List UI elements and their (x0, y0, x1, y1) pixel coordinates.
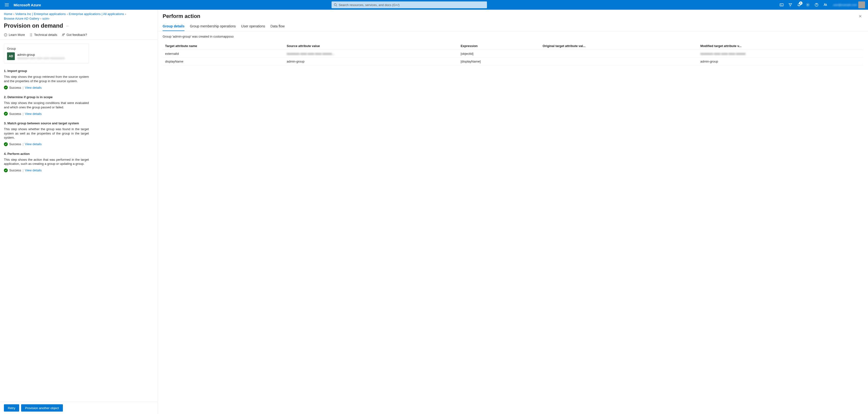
svg-line-4 (336, 6, 337, 6)
svg-rect-0 (5, 3, 9, 4)
cloud-shell-icon[interactable] (778, 1, 785, 9)
search-input[interactable] (339, 3, 485, 7)
account-menu[interactable]: user@example.com (832, 1, 866, 9)
brand-label[interactable]: Microsoft Azure (13, 3, 41, 7)
svg-point-9 (826, 4, 827, 5)
svg-rect-5 (780, 4, 783, 6)
topbar: Microsoft Azure 5 user@example.com (0, 0, 868, 10)
account-label: user@example.com (833, 3, 857, 6)
avatar (858, 1, 865, 8)
notifications-icon[interactable]: 5 (795, 1, 803, 9)
global-search[interactable] (332, 1, 487, 8)
feedback-icon[interactable] (822, 1, 829, 9)
search-icon (334, 3, 337, 6)
settings-gear-icon[interactable] (804, 1, 812, 9)
svg-point-8 (824, 4, 825, 5)
hamburger-menu-icon[interactable] (2, 3, 12, 7)
svg-point-3 (334, 4, 336, 6)
svg-point-6 (807, 4, 808, 5)
svg-rect-1 (5, 5, 9, 5)
svg-rect-2 (5, 6, 9, 6)
notification-count-badge: 5 (799, 1, 803, 5)
directory-filter-icon[interactable] (786, 1, 794, 9)
help-icon[interactable] (813, 1, 820, 9)
